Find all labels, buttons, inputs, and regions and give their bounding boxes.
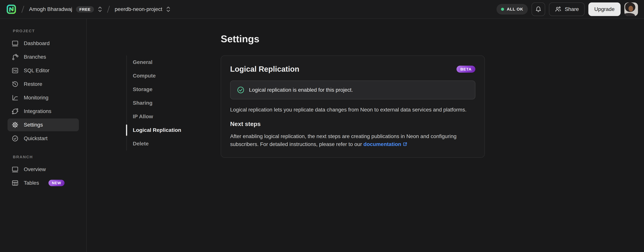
topbar-actions: ALL OK Share Upgrade (496, 2, 638, 16)
dashboard-icon (11, 40, 19, 47)
settings-panel: Settings Logical Replication BETA Logica… (221, 19, 485, 252)
card-header: Logical Replication BETA (230, 65, 475, 73)
subnav-item-logical-replication[interactable]: Logical Replication (127, 123, 194, 137)
sidebar-item-label: SQL Editor (24, 68, 50, 74)
sidebar-item-label: Tables (24, 180, 39, 186)
top-bar: Amogh Bharadwaj FREE peerdb-neon-project… (0, 0, 644, 19)
sidebar-item-label: Branches (24, 54, 46, 60)
main-content: General Compute Storage Sharing IP Allow… (87, 19, 644, 252)
next-steps-text: After enabling logical replication, the … (230, 132, 475, 148)
breadcrumb-separator-icon (20, 5, 25, 14)
avatar-face (628, 6, 633, 12)
integrations-icon (11, 108, 19, 115)
sidebar-item-settings[interactable]: Settings (8, 118, 79, 131)
sidebar-section-project: PROJECT (13, 29, 79, 33)
sidebar-item-monitoring[interactable]: Monitoring (8, 91, 79, 104)
sidebar-item-sql-editor[interactable]: SQL Editor (8, 64, 79, 77)
subnav-item-delete[interactable]: Delete (127, 137, 194, 150)
upgrade-button-label: Upgrade (594, 6, 614, 12)
avatar[interactable] (624, 2, 638, 16)
sidebar-item-tables[interactable]: Tables NEW (8, 176, 79, 190)
next-steps-body: After enabling logical replication, the … (230, 133, 456, 147)
restore-icon (11, 80, 19, 88)
external-link-icon (402, 142, 408, 147)
breadcrumb-separator-icon (106, 5, 111, 14)
share-button[interactable]: Share (549, 2, 584, 16)
status-badge[interactable]: ALL OK (496, 4, 528, 14)
success-banner-text: Logical replication is enabled for this … (249, 87, 353, 93)
sidebar-item-dashboard[interactable]: Dashboard (8, 37, 79, 50)
page-title: Settings (221, 32, 485, 45)
sidebar-item-restore[interactable]: Restore (8, 78, 79, 90)
logical-replication-card: Logical Replication BETA Logical replica… (221, 56, 485, 158)
sidebar-item-overview[interactable]: Overview (8, 163, 79, 176)
sidebar-item-label: Dashboard (24, 40, 50, 46)
card-title: Logical Replication (230, 65, 299, 73)
sidebar-item-label: Settings (24, 122, 43, 128)
project-switcher-chevrons-icon[interactable] (166, 6, 170, 13)
next-steps-title: Next steps (230, 120, 475, 128)
breadcrumb-org[interactable]: Amogh Bharadwaj (29, 6, 72, 12)
sidebar-item-integrations[interactable]: Integrations (8, 105, 79, 118)
sidebar-item-label: Integrations (24, 108, 51, 114)
status-badge-label: ALL OK (507, 7, 523, 12)
subnav-item-ip-allow[interactable]: IP Allow (127, 110, 194, 123)
neon-logo-icon[interactable] (6, 4, 16, 14)
status-dot-icon (501, 8, 504, 11)
breadcrumb-project[interactable]: peerdb-neon-project (115, 6, 162, 12)
sidebar: PROJECT Dashboard Branches (0, 19, 87, 252)
sidebar-item-label: Quickstart (24, 136, 48, 142)
description-text: Logical replication lets you replicate d… (230, 106, 475, 114)
monitoring-icon (11, 94, 19, 102)
bell-icon (534, 6, 542, 13)
org-switcher-chevrons-icon[interactable] (98, 6, 102, 13)
neon-console: Amogh Bharadwaj FREE peerdb-neon-project… (0, 0, 644, 252)
avatar-torso (624, 13, 635, 16)
app-shell: PROJECT Dashboard Branches (0, 19, 644, 252)
sidebar-item-label: Monitoring (24, 95, 48, 101)
users-icon (554, 6, 562, 13)
share-button-label: Share (565, 6, 579, 12)
upgrade-button[interactable]: Upgrade (588, 2, 620, 16)
sidebar-item-branches[interactable]: Branches (8, 50, 79, 64)
documentation-link[interactable]: documentation (364, 141, 408, 147)
beta-badge: BETA (456, 66, 475, 72)
tables-icon (11, 179, 19, 187)
branches-icon (11, 53, 19, 61)
settings-gear-icon (11, 121, 19, 129)
subnav-item-sharing[interactable]: Sharing (127, 96, 194, 110)
documentation-link-label: documentation (364, 141, 402, 147)
settings-subnav: General Compute Storage Sharing IP Allow… (126, 56, 194, 150)
success-banner: Logical replication is enabled for this … (230, 80, 475, 100)
notifications-button[interactable] (532, 2, 545, 16)
overview-icon (11, 166, 19, 173)
sidebar-item-quickstart[interactable]: Quickstart (8, 132, 79, 145)
check-circle-icon (236, 86, 245, 94)
plan-badge: FREE (76, 6, 94, 12)
quickstart-check-icon (11, 135, 19, 142)
sidebar-section-branch: BRANCH (13, 155, 79, 159)
subnav-item-storage[interactable]: Storage (127, 82, 194, 96)
sql-editor-icon (11, 67, 19, 74)
sidebar-item-label: Restore (24, 81, 42, 87)
subnav-item-general[interactable]: General (127, 56, 194, 69)
sidebar-item-label: Overview (24, 166, 46, 172)
new-badge: NEW (48, 180, 64, 186)
subnav-item-compute[interactable]: Compute (127, 69, 194, 82)
